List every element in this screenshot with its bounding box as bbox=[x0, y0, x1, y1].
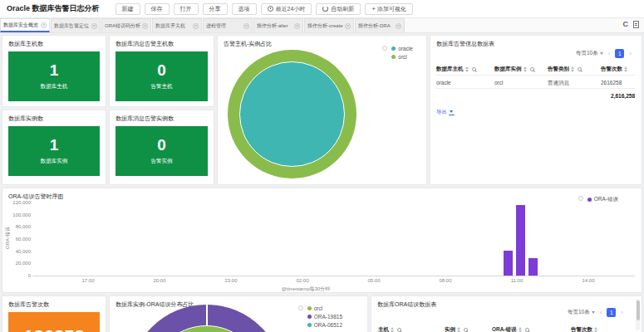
legend-item-ora19815[interactable]: ORA-19815 bbox=[307, 314, 342, 320]
collapse-legend-icon[interactable] bbox=[382, 46, 387, 51]
collapse-legend-icon[interactable] bbox=[578, 196, 583, 201]
close-icon[interactable] bbox=[193, 23, 199, 29]
document-icon[interactable] bbox=[633, 21, 639, 28]
tab-op-create[interactable]: 操作分析-create bbox=[304, 18, 354, 32]
sort-icon[interactable] bbox=[519, 327, 523, 332]
search-icon[interactable] bbox=[464, 328, 469, 332]
scrollbar[interactable] bbox=[636, 299, 640, 330]
chevron-down-icon bbox=[592, 311, 595, 314]
time-range-button[interactable]: 最近24小时 bbox=[261, 3, 312, 15]
table-total: 2,616,258 bbox=[611, 93, 635, 99]
legend-dot bbox=[391, 46, 396, 51]
search-icon[interactable] bbox=[530, 67, 535, 72]
panel-alert-host-count: 数据库消息告警主机数 0 告警主机 bbox=[109, 35, 214, 107]
scrollbar-thumb[interactable] bbox=[637, 300, 640, 320]
col-header-instance[interactable]: 实例 bbox=[445, 326, 469, 332]
pie-inner-oracle[interactable] bbox=[239, 61, 345, 167]
toolbar-buttons: 新建 保存 打开 分享 选项 最近24小时 自动刷新 + 添加可视化 bbox=[111, 3, 413, 15]
tab-bar: 数据库安全概览 数据库告警定位 ORA错误码分析 数据库开关机 进程管理 操作分… bbox=[0, 18, 644, 33]
new-button[interactable]: 新建 bbox=[116, 3, 140, 15]
legend-item-orcl[interactable]: orcl bbox=[307, 305, 342, 311]
stat-db-instance: 1 数据库实例 bbox=[8, 126, 100, 176]
page-size-select[interactable]: 每页10条 bbox=[576, 50, 603, 57]
bar-ora-error-1[interactable] bbox=[504, 251, 513, 276]
col-header-alert-count[interactable]: 告警次数 bbox=[571, 326, 598, 332]
legend-item-orcl[interactable]: orcl bbox=[391, 54, 413, 60]
page-number-button[interactable]: 1 bbox=[607, 308, 616, 317]
pie-legend: oracle orcl bbox=[391, 46, 413, 62]
tab-op-alter[interactable]: 操作分析-alter bbox=[253, 18, 303, 32]
legend-dot bbox=[587, 198, 592, 202]
tab-db-alert-locate[interactable]: 数据库告警定位 bbox=[51, 18, 101, 32]
page-size-select[interactable]: 每页10条 bbox=[568, 309, 595, 316]
search-icon[interactable] bbox=[472, 67, 477, 72]
open-button[interactable]: 打开 bbox=[174, 3, 199, 15]
ora-table-pagination: 每页10条 ‹ 1 › bbox=[568, 308, 625, 317]
legend-dot bbox=[307, 315, 312, 319]
tab-process-mgmt[interactable]: 进程管理 bbox=[203, 18, 253, 32]
tab-ora-code-analysis[interactable]: ORA错误码分析 bbox=[101, 18, 151, 32]
sort-icon[interactable] bbox=[457, 327, 461, 332]
next-page-button[interactable]: › bbox=[627, 50, 633, 57]
refresh-icon[interactable]: C bbox=[623, 20, 629, 28]
panel-ora-timeseries: ORA-错误告警时序图 ORA-错误 120,000 100,000 80,00… bbox=[2, 188, 642, 293]
close-icon[interactable] bbox=[243, 23, 249, 29]
tab-op-dra[interactable]: 操作分析-DRA bbox=[355, 18, 405, 32]
panel-alert-count-card: 数据库告警次数 186858 bbox=[2, 295, 106, 332]
sort-icon[interactable] bbox=[391, 327, 395, 332]
bar-ora-error-2[interactable] bbox=[516, 205, 525, 276]
pie-slice-divider bbox=[206, 305, 208, 326]
auto-refresh-button[interactable]: 自动刷新 bbox=[316, 3, 361, 15]
refresh-icon bbox=[322, 6, 328, 12]
page-number-button[interactable]: 1 bbox=[615, 49, 624, 58]
x-axis-label: @timestamp每30分钟 bbox=[252, 286, 360, 293]
col-header-alert-category[interactable]: 告警类别 bbox=[548, 66, 583, 73]
tab-db-onoff[interactable]: 数据库开关机 bbox=[152, 18, 202, 32]
next-page-button[interactable]: › bbox=[619, 309, 625, 316]
panel-instance-ora-pie: 数据库实例-ORA错误分布占比 orcl ORA-19815 ORA-06512 bbox=[109, 295, 368, 332]
close-icon[interactable] bbox=[41, 22, 47, 28]
close-icon[interactable] bbox=[91, 23, 97, 29]
sort-icon[interactable] bbox=[465, 66, 469, 72]
toolbar: Oracle 数据库告警日志分析 新建 保存 打开 分享 选项 最近24小时 自… bbox=[0, 0, 644, 18]
cell-alert-category: 普通消息 bbox=[548, 80, 569, 87]
cell-alert-count: 2616258 bbox=[601, 80, 622, 85]
save-button[interactable]: 保存 bbox=[145, 3, 170, 15]
legend-item-ora06512[interactable]: ORA-06512 bbox=[307, 322, 342, 328]
options-button[interactable]: 选项 bbox=[232, 3, 257, 15]
panel-alert-instance-count: 数据库消息告警实例数 0 告警实例 bbox=[109, 110, 214, 185]
prev-page-button[interactable]: ‹ bbox=[607, 50, 612, 57]
close-icon[interactable] bbox=[294, 23, 300, 29]
panel-alert-table: 数据库告警信息数据表 每页10条 ‹ 1 › 数据库主机 数据库实例 告警类别 … bbox=[430, 35, 642, 185]
page-title: Oracle 数据库告警日志分析 bbox=[7, 3, 100, 14]
sort-icon[interactable] bbox=[594, 327, 598, 332]
legend-item-ora-error[interactable]: ORA-错误 bbox=[587, 196, 618, 203]
stat-alert-instance: 0 告警实例 bbox=[116, 126, 208, 176]
col-header-ora-error[interactable]: ORA-错误 bbox=[492, 326, 530, 332]
bar-ora-error-3[interactable] bbox=[528, 258, 538, 276]
add-visualization-button[interactable]: + 添加可视化 bbox=[365, 3, 413, 15]
legend-dot bbox=[307, 323, 312, 327]
close-icon[interactable] bbox=[142, 23, 148, 29]
col-header-db-instance[interactable]: 数据库实例 bbox=[494, 66, 535, 73]
sort-icon[interactable] bbox=[524, 66, 528, 72]
sort-icon[interactable] bbox=[624, 66, 628, 72]
col-header-alert-count[interactable]: 告警次数 bbox=[601, 66, 628, 73]
search-icon[interactable] bbox=[525, 328, 530, 332]
legend-item-oracle[interactable]: oracle bbox=[391, 46, 413, 51]
legend-dot bbox=[307, 306, 312, 310]
sort-icon[interactable] bbox=[571, 66, 575, 72]
search-icon[interactable] bbox=[578, 67, 583, 72]
collapse-legend-icon[interactable] bbox=[298, 305, 303, 310]
tab-db-security-overview[interactable]: 数据库安全概览 bbox=[0, 18, 50, 32]
search-icon[interactable] bbox=[397, 328, 402, 332]
share-button[interactable]: 分享 bbox=[203, 3, 228, 15]
col-header-host[interactable]: 主机 bbox=[378, 326, 402, 332]
ora-pie-legend: orcl ORA-19815 ORA-06512 bbox=[307, 305, 342, 330]
close-icon[interactable] bbox=[396, 23, 401, 29]
close-icon[interactable] bbox=[345, 23, 351, 29]
prev-page-button[interactable]: ‹ bbox=[598, 309, 604, 316]
col-header-db-host[interactable]: 数据库主机 bbox=[436, 66, 477, 73]
export-link[interactable]: 导出 bbox=[436, 109, 455, 116]
download-icon bbox=[449, 110, 455, 115]
